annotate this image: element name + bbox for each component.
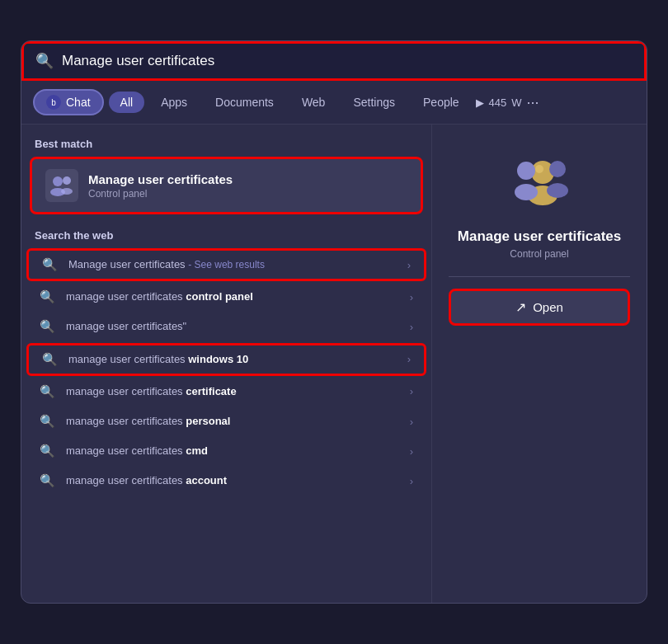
web-result-arrow-0: ›: [407, 259, 411, 271]
web-result-text-0: Manage user certificates - See web resul…: [68, 257, 401, 272]
web-search-icon-1: 🔍: [40, 289, 58, 304]
best-match-info: Manage user certificates Control panel: [88, 172, 233, 200]
tabs-row: b Chat All Apps Documents Web Settings P…: [21, 81, 647, 125]
web-search-icon-6: 🔍: [40, 444, 58, 458]
web-result-7[interactable]: 🔍 manage user certificates account ›: [26, 467, 426, 495]
tab-settings[interactable]: Settings: [341, 92, 407, 113]
web-search-icon-7: 🔍: [40, 473, 58, 488]
web-result-5[interactable]: 🔍 manage user certificates personal ›: [26, 407, 426, 435]
best-match-title: Manage user certificates: [88, 172, 233, 186]
web-result-2[interactable]: 🔍 manage user certificates" ›: [26, 313, 426, 341]
web-result-arrow-7: ›: [410, 475, 413, 487]
right-panel-subtitle: Control panel: [510, 248, 568, 260]
play-button[interactable]: ▶: [476, 96, 484, 109]
search-window: 🔍 Manage user certificates b Chat All Ap…: [21, 40, 647, 604]
web-result-0[interactable]: 🔍 Manage user certificates - See web res…: [26, 248, 426, 281]
web-result-text-7: manage user certificates account: [66, 473, 403, 488]
open-label: Open: [533, 300, 563, 314]
badge-count: 445: [489, 96, 507, 109]
svg-point-8: [549, 161, 566, 177]
web-search-icon-3: 🔍: [42, 352, 60, 367]
web-search-icon-0: 🔍: [42, 257, 60, 272]
best-match-subtitle: Control panel: [88, 188, 233, 200]
tab-web[interactable]: Web: [290, 92, 337, 113]
search-icon: 🔍: [35, 52, 54, 70]
search-web-label: Search the web: [21, 223, 431, 247]
svg-point-9: [547, 183, 568, 198]
svg-point-0: [53, 176, 63, 186]
web-result-arrow-3: ›: [407, 353, 411, 365]
web-result-text-6: manage user certificates cmd: [66, 444, 403, 458]
web-result-text-5: manage user certificates personal: [66, 414, 403, 429]
chat-logo-icon: b: [46, 95, 61, 110]
external-link-icon: ↗: [515, 299, 526, 315]
web-result-text-1: manage user certificates control panel: [66, 289, 403, 304]
svg-point-7: [515, 184, 538, 200]
right-panel: Manage user certificates Control panel ↗…: [432, 125, 647, 603]
w-icon[interactable]: W: [511, 96, 521, 109]
web-result-text-4: manage user certificates certificate: [66, 384, 403, 399]
tab-apps[interactable]: Apps: [149, 92, 199, 113]
web-result-arrow-2: ›: [410, 321, 413, 333]
best-match-item[interactable]: Manage user certificates Control panel: [30, 157, 423, 214]
tab-people[interactable]: People: [412, 92, 471, 113]
web-search-icon-2: 🔍: [40, 319, 58, 334]
web-result-arrow-5: ›: [410, 416, 413, 428]
best-match-label: Best match: [21, 138, 431, 157]
left-panel: Best match Manage user certificates Cont…: [21, 125, 432, 603]
right-divider: [449, 276, 630, 277]
web-result-arrow-4: ›: [410, 385, 413, 397]
main-content: Best match Manage user certificates Cont…: [21, 125, 647, 603]
web-result-text-2: manage user certificates": [66, 319, 403, 334]
search-bar-container: 🔍 Manage user certificates: [21, 41, 647, 81]
web-result-3[interactable]: 🔍 manage user certificates windows 10 ›: [26, 343, 426, 376]
web-result-arrow-6: ›: [410, 445, 413, 458]
best-match-app-icon: [45, 169, 78, 202]
web-result-text-3: manage user certificates windows 10: [68, 352, 401, 367]
search-input[interactable]: Manage user certificates: [62, 53, 633, 69]
svg-point-3: [61, 188, 73, 195]
web-result-arrow-1: ›: [410, 291, 413, 303]
web-search-icon-5: 🔍: [40, 414, 58, 429]
tab-documents[interactable]: Documents: [204, 92, 285, 113]
open-button[interactable]: ↗ Open: [449, 289, 630, 326]
svg-point-6: [517, 162, 535, 180]
tab-chat[interactable]: b Chat: [33, 89, 104, 115]
search-bar: 🔍 Manage user certificates: [35, 52, 633, 70]
svg-point-2: [63, 176, 71, 185]
web-result-4[interactable]: 🔍 manage user certificates certificate ›: [26, 378, 426, 406]
svg-point-10: [535, 165, 543, 173]
web-result-6[interactable]: 🔍 manage user certificates cmd ›: [26, 437, 426, 465]
web-search-icon-4: 🔍: [40, 384, 58, 399]
right-panel-title: Manage user certificates: [458, 228, 621, 245]
more-options-button[interactable]: ···: [527, 94, 539, 111]
web-result-1[interactable]: 🔍 manage user certificates control panel…: [26, 283, 426, 311]
tab-all[interactable]: All: [109, 92, 145, 113]
app-icon-area: [506, 154, 572, 215]
